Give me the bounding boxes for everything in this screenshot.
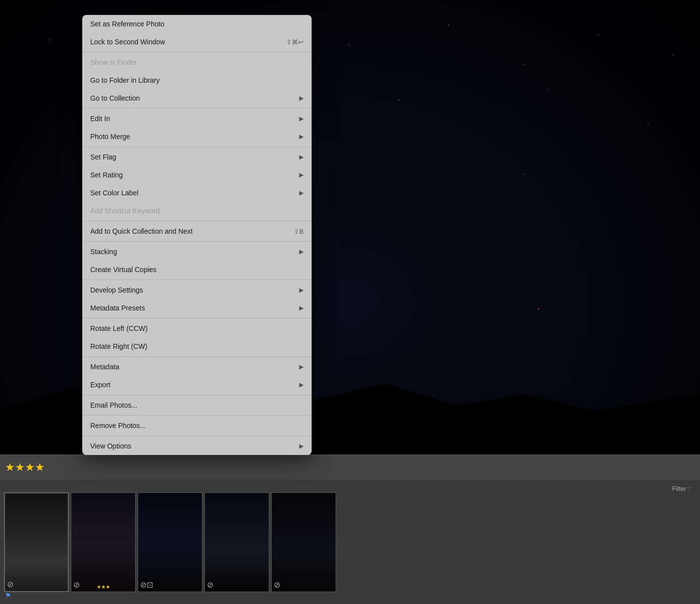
context-menu: Set as Reference PhotoLock to Second Win… xyxy=(82,15,312,455)
thumb-icon-2: ⊘ xyxy=(73,580,80,590)
submenu-arrow-set-color-label: ▶ xyxy=(299,189,304,196)
filter-label: Filter : xyxy=(672,485,690,492)
menu-item-shortcut-lock-second-window: ⇧⌘↩ xyxy=(286,38,304,46)
menu-item-remove-photos[interactable]: Remove Photos... xyxy=(82,417,312,435)
submenu-arrow-edit-in: ▶ xyxy=(299,115,304,122)
thumb-image-3 xyxy=(138,493,202,592)
thumb-icon-5: ⊘ xyxy=(274,580,280,590)
menu-item-shortcut-add-to-quick-collection: ⇧B xyxy=(294,228,304,235)
menu-item-set-flag[interactable]: Set Flag▶ xyxy=(82,148,312,166)
thumb-image-5 xyxy=(272,493,336,592)
menu-item-label-go-to-collection: Go to Collection xyxy=(90,94,295,102)
submenu-arrow-set-flag: ▶ xyxy=(299,153,304,160)
menu-item-label-view-options: View Options xyxy=(90,442,295,450)
menu-item-label-rotate-right: Rotate Right (CW) xyxy=(90,342,304,350)
menu-item-rotate-right[interactable]: Rotate Right (CW) xyxy=(82,337,312,355)
separator-after-lock-second-window xyxy=(82,52,312,52)
separator-after-create-virtual-copies xyxy=(82,280,312,280)
separator-after-metadata-presets xyxy=(82,318,312,318)
menu-item-label-metadata-presets: Metadata Presets xyxy=(90,304,295,312)
menu-item-label-remove-photos: Remove Photos... xyxy=(90,422,304,430)
menu-item-label-create-virtual-copies: Create Virtual Copies xyxy=(90,266,304,274)
menu-item-label-show-in-finder: Show in Finder xyxy=(90,58,304,66)
separator-after-email-photos xyxy=(82,415,312,416)
menu-item-go-to-folder[interactable]: Go to Folder in Library xyxy=(82,71,312,89)
menu-item-create-virtual-copies[interactable]: Create Virtual Copies xyxy=(82,261,312,279)
menu-item-photo-merge[interactable]: Photo Merge▶ xyxy=(82,128,312,146)
menu-item-label-develop-settings: Develop Settings xyxy=(90,286,295,294)
submenu-arrow-go-to-collection: ▶ xyxy=(299,95,304,102)
menu-item-label-photo-merge: Photo Merge xyxy=(90,133,295,141)
menu-item-label-add-shortcut-keyword: Add Shortcut Keyword xyxy=(90,207,304,215)
filmstrip-bar: ★★★★ xyxy=(0,455,700,480)
thumb-icon-4: ⊘ xyxy=(207,580,213,590)
menu-item-label-lock-second-window: Lock to Second Window xyxy=(90,38,278,46)
thumb-stars-2: ★★★ xyxy=(97,584,110,590)
menu-item-set-rating[interactable]: Set Rating▶ xyxy=(82,166,312,184)
menu-item-label-edit-in: Edit In xyxy=(90,115,295,123)
menu-item-label-add-to-quick-collection: Add to Quick Collection and Next xyxy=(90,227,286,235)
thumbnail-1[interactable]: ⚑ ⊘ xyxy=(4,492,69,592)
filmstrip: ★★★★ ⚑ ⊘ ⊘ ★★★ ⊘⊡ ⊘ ⊘ Filter : xyxy=(0,454,700,604)
menu-item-metadata-presets[interactable]: Metadata Presets▶ xyxy=(82,299,312,317)
menu-item-add-shortcut-keyword: Add Shortcut Keyword xyxy=(82,202,312,220)
submenu-arrow-stacking: ▶ xyxy=(299,248,304,255)
submenu-arrow-view-options: ▶ xyxy=(299,443,304,450)
menu-item-label-rotate-left: Rotate Left (CCW) xyxy=(90,324,304,332)
menu-item-show-in-finder: Show in Finder xyxy=(82,53,312,71)
submenu-arrow-photo-merge: ▶ xyxy=(299,133,304,140)
menu-item-label-stacking: Stacking xyxy=(90,248,295,256)
thumb-image-4 xyxy=(205,493,269,592)
menu-item-label-export: Export xyxy=(90,381,295,389)
separator-after-export xyxy=(82,395,312,395)
submenu-arrow-export: ▶ xyxy=(299,381,304,388)
menu-item-label-metadata: Metadata xyxy=(90,363,295,371)
flag-icon: ⚑ xyxy=(5,592,11,600)
separator-after-add-to-quick-collection xyxy=(82,241,312,242)
thumb-icon-3: ⊘⊡ xyxy=(140,580,153,590)
menu-item-label-set-flag: Set Flag xyxy=(90,153,295,161)
menu-item-label-email-photos: Email Photos... xyxy=(90,401,304,409)
menu-item-view-options[interactable]: View Options▶ xyxy=(82,437,312,455)
menu-item-export[interactable]: Export▶ xyxy=(82,376,312,394)
menu-item-stacking[interactable]: Stacking▶ xyxy=(82,243,312,261)
menu-item-rotate-left[interactable]: Rotate Left (CCW) xyxy=(82,319,312,337)
menu-item-add-to-quick-collection[interactable]: Add to Quick Collection and Next⇧B xyxy=(82,222,312,240)
filmstrip-thumbnails: ⚑ ⊘ ⊘ ★★★ ⊘⊡ ⊘ ⊘ xyxy=(0,480,700,604)
menu-item-email-photos[interactable]: Email Photos... xyxy=(82,396,312,414)
menu-item-edit-in[interactable]: Edit In▶ xyxy=(82,110,312,128)
menu-item-set-reference[interactable]: Set as Reference Photo xyxy=(82,15,312,33)
menu-item-label-set-color-label: Set Color Label xyxy=(90,189,295,197)
separator-after-add-shortcut-keyword xyxy=(82,221,312,221)
submenu-arrow-develop-settings: ▶ xyxy=(299,287,304,294)
thumb-image-1 xyxy=(5,493,68,591)
thumbnail-3[interactable]: ⊘⊡ xyxy=(138,492,202,592)
thumbnail-4[interactable]: ⊘ xyxy=(204,492,269,592)
separator-after-go-to-collection xyxy=(82,108,312,109)
separator-after-photo-merge xyxy=(82,147,312,147)
menu-item-go-to-collection[interactable]: Go to Collection▶ xyxy=(82,89,312,107)
thumb-image-2 xyxy=(71,493,135,592)
menu-item-label-set-reference: Set as Reference Photo xyxy=(90,20,304,28)
submenu-arrow-metadata: ▶ xyxy=(299,363,304,370)
submenu-arrow-metadata-presets: ▶ xyxy=(299,304,304,311)
thumb-icon-1: ⊘ xyxy=(7,580,13,589)
submenu-arrow-set-rating: ▶ xyxy=(299,171,304,178)
thumbnail-2[interactable]: ⊘ ★★★ xyxy=(71,492,136,592)
menu-item-lock-second-window[interactable]: Lock to Second Window⇧⌘↩ xyxy=(82,33,312,51)
menu-item-metadata[interactable]: Metadata▶ xyxy=(82,358,312,376)
star-rating: ★★★★ xyxy=(5,461,45,474)
separator-after-remove-photos xyxy=(82,436,312,436)
menu-item-label-go-to-folder: Go to Folder in Library xyxy=(90,76,304,84)
thumbnail-5[interactable]: ⊘ xyxy=(271,492,336,592)
separator-after-rotate-right xyxy=(82,356,312,357)
menu-item-label-set-rating: Set Rating xyxy=(90,171,295,179)
menu-item-set-color-label[interactable]: Set Color Label▶ xyxy=(82,184,312,202)
menu-item-develop-settings[interactable]: Develop Settings▶ xyxy=(82,281,312,299)
